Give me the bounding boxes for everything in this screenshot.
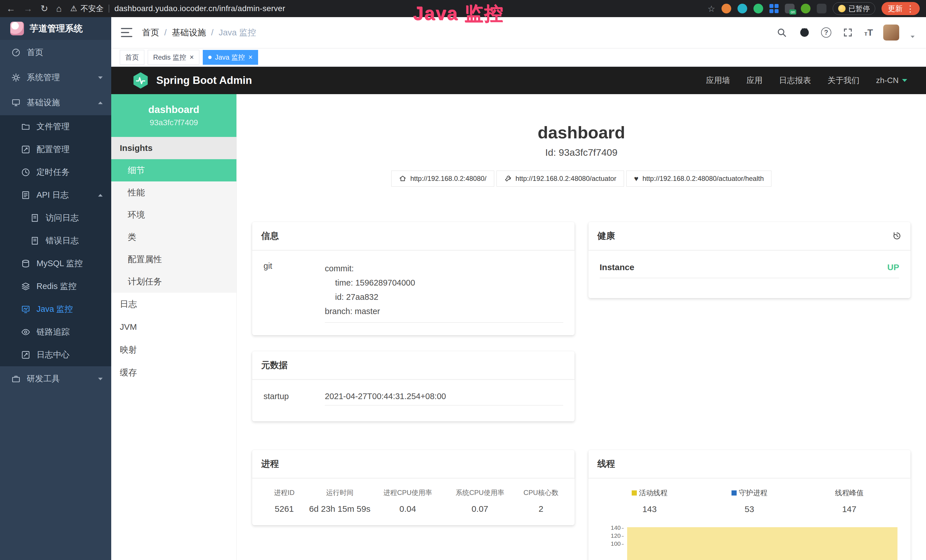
sba-nav-applications[interactable]: 应用 (747, 75, 763, 86)
address-url[interactable]: dashboard.yudao.iocoder.cn/infra/admin-s… (114, 4, 285, 13)
github-icon[interactable] (798, 26, 811, 39)
extension-icon-leaf[interactable] (801, 4, 811, 14)
sba-item-jvm[interactable]: JVM (111, 316, 236, 338)
health-instance-label: Instance (600, 262, 634, 272)
sidebar-item-label: 首页 (27, 47, 43, 58)
sidebar-item-system[interactable]: 系统管理 (0, 65, 111, 90)
update-button[interactable]: 更新 ⋮ (882, 2, 920, 15)
annotation-java-monitor: Java 监控 (413, 1, 504, 26)
locale-selector[interactable]: zh-CN (876, 76, 907, 85)
font-size-icon[interactable]: тT (864, 27, 873, 38)
close-icon[interactable]: × (190, 54, 194, 61)
sidebar-item-infra[interactable]: 基础设施 (0, 90, 111, 115)
health-row: Instance UP (600, 262, 899, 278)
sidebar-item-access-log[interactable]: 访问日志 (0, 207, 111, 229)
admin-menu: 首页 系统管理 基础设施 文件管理 配置管理 定时任务 (0, 40, 111, 560)
sidebar-item-scheduled-job[interactable]: 定时任务 (0, 161, 111, 184)
sidebar-item-log-center[interactable]: 日志中心 (0, 344, 111, 366)
tag-redis-monitor[interactable]: Redis 监控 × (148, 50, 199, 65)
live-legend-swatch (632, 490, 637, 495)
sidebar-item-api-log[interactable]: API 日志 (0, 184, 111, 207)
sidebar-item-config-manage[interactable]: 配置管理 (0, 138, 111, 161)
sba-item-configprops[interactable]: 配置属性 (111, 248, 236, 271)
sba-brand[interactable]: Spring Boot Admin (156, 74, 252, 86)
status-badge: UP (887, 262, 899, 272)
process-col-uptime: 运行时间 6d 23h 15m 59s (308, 488, 372, 514)
sba-nav-wallboard[interactable]: 应用墙 (706, 75, 730, 86)
menu-kebab-icon[interactable]: ⋮ (906, 4, 915, 14)
sba-item-caches[interactable]: 缓存 (111, 361, 236, 384)
health-url-button[interactable]: ♥ http://192.168.0.2:48080/actuator/heal… (626, 171, 772, 186)
sba-item-classes[interactable]: 类 (111, 226, 236, 248)
update-label: 更新 (888, 4, 903, 14)
back-icon[interactable]: ← (6, 4, 15, 13)
sba-nav-about[interactable]: 关于我们 (828, 75, 859, 86)
instance-name: dashboard (148, 104, 199, 115)
search-icon[interactable] (775, 26, 788, 39)
actuator-url: http://192.168.0.2:48080/actuator (516, 175, 617, 183)
extension-icon-teal-drop[interactable] (737, 4, 747, 14)
sidebar-item-redis-monitor[interactable]: Redis 监控 (0, 275, 111, 298)
sba-item-log[interactable]: 日志 (111, 293, 236, 316)
instance-header[interactable]: dashboard 93a3fc7f7409 (111, 94, 236, 137)
layers-icon (21, 282, 30, 291)
sba-item-mappings[interactable]: 映射 (111, 338, 236, 361)
sba-nav-journal[interactable]: 日志报表 (779, 75, 811, 86)
chevron-up-icon (98, 194, 103, 197)
help-icon[interactable]: ? (821, 27, 831, 38)
tag-java-monitor[interactable]: Java 监控 × (203, 50, 258, 65)
extension-icon-orange[interactable] (722, 4, 731, 14)
spring-boot-admin: Spring Boot Admin 应用墙 应用 日志报表 关于我们 zh-CN (111, 67, 926, 560)
app-logo[interactable]: 芋道管理系统 (0, 17, 111, 40)
breadcrumb-home[interactable]: 首页 (142, 27, 159, 38)
sidebar-item-error-log[interactable]: 错误日志 (0, 229, 111, 252)
process-col-pid: 进程ID 5261 (261, 488, 308, 514)
sidebar-item-devtools[interactable]: 研发工具 (0, 366, 111, 391)
tag-home[interactable]: 首页 (120, 50, 144, 65)
sidebar-item-trace[interactable]: 链路追踪 (0, 321, 111, 344)
hamburger-icon[interactable] (121, 28, 132, 37)
avatar[interactable] (883, 24, 899, 41)
sidebar-item-mysql-monitor[interactable]: MySQL 监控 (0, 252, 111, 275)
paused-badge[interactable]: 已暂停 (833, 2, 875, 15)
sidebar-item-label: Redis 监控 (36, 281, 76, 292)
extension-icon-dark[interactable] (817, 4, 826, 14)
log-icon (21, 191, 30, 200)
forward-icon[interactable]: → (23, 4, 33, 13)
heart-icon: ♥ (634, 174, 638, 183)
tag-label: 首页 (125, 53, 139, 62)
reload-icon[interactable]: ↻ (41, 4, 48, 13)
warning-icon: ⚠ (70, 4, 77, 13)
service-url-button[interactable]: http://192.168.0.2:48080/ (391, 171, 494, 186)
fullscreen-icon[interactable] (841, 26, 854, 39)
extension-icon-proxy[interactable]: on (785, 4, 794, 14)
extension-icon-blue-grid[interactable] (769, 4, 779, 13)
sidebar-item-home[interactable]: 首页 (0, 40, 111, 65)
history-icon[interactable] (892, 232, 902, 241)
site-security[interactable]: ⚠ 不安全 dashboard.yudao.iocoder.cn/infra/a… (70, 3, 285, 14)
actuator-url-button[interactable]: http://192.168.0.2:48080/actuator (496, 171, 624, 186)
threads-card: 线程 活动线程 143 守护进程 53 (589, 450, 911, 560)
extension-icon-green-circle[interactable] (754, 4, 763, 14)
chevron-down-icon[interactable] (911, 36, 915, 38)
breadcrumb-current: Java 监控 (219, 27, 256, 38)
sidebar-item-label: 研发工具 (27, 373, 60, 384)
sidebar-item-java-monitor[interactable]: Java 监控 (0, 298, 111, 321)
close-icon[interactable]: × (248, 54, 253, 61)
sidebar-item-label: 定时任务 (36, 166, 70, 178)
security-label: 不安全 (80, 3, 103, 14)
card-title: 线程 (598, 458, 615, 470)
bookmark-star-icon[interactable]: ☆ (708, 4, 715, 14)
chevron-down-icon (98, 76, 103, 79)
sba-item-environment[interactable]: 环境 (111, 204, 236, 226)
sba-item-metrics[interactable]: 性能 (111, 182, 236, 204)
briefcase-icon (11, 374, 21, 383)
sba-logo-icon[interactable] (132, 72, 149, 89)
instance-id: 93a3fc7f7409 (150, 118, 198, 127)
sidebar-item-file-manage[interactable]: 文件管理 (0, 115, 111, 138)
home-icon (399, 175, 406, 182)
home-icon[interactable]: ⌂ (56, 4, 62, 13)
breadcrumb-section[interactable]: 基础设施 (172, 27, 206, 38)
sba-item-scheduled-tasks[interactable]: 计划任务 (111, 271, 236, 293)
sba-item-details[interactable]: 细节 (111, 159, 236, 182)
